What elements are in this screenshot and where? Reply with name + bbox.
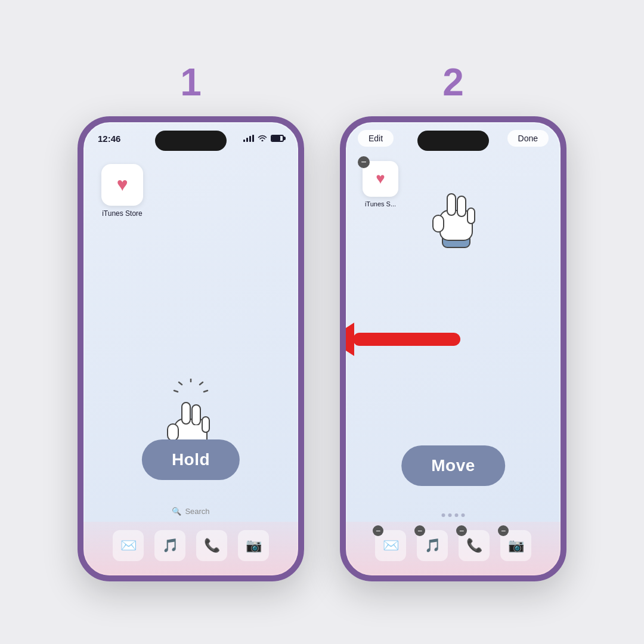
dock-mail-1[interactable]: ✉️ [113, 530, 144, 561]
dock-camera-minus[interactable]: − [498, 525, 509, 536]
svg-line-1 [200, 382, 203, 385]
edit-button[interactable]: Edit [358, 130, 394, 147]
move-button[interactable]: Move [401, 445, 505, 486]
step-2: 2 Edit Done ♥ iTunes S... [340, 63, 566, 581]
hold-button-label: Hold [172, 450, 210, 469]
home-dots [442, 513, 465, 517]
step-1: 1 12:46 [78, 63, 304, 581]
svg-rect-9 [192, 425, 200, 431]
dynamic-island-1 [155, 131, 227, 151]
svg-rect-17 [433, 215, 444, 232]
dock-mail-2[interactable]: − ✉️ [375, 530, 406, 561]
app-area-2: ♥ iTunes S... [363, 161, 398, 208]
svg-line-3 [204, 391, 208, 392]
move-hand-icon [429, 188, 483, 250]
delete-badge[interactable] [358, 156, 370, 168]
dock-phone-minus[interactable]: − [456, 525, 467, 536]
search-icon: 🔍 [172, 507, 181, 516]
battery-icon [271, 135, 284, 142]
dynamic-island-2 [417, 131, 489, 151]
hold-button[interactable]: Hold [142, 439, 240, 480]
dock-phone-1[interactable]: 📞 [196, 530, 227, 561]
app-label-2: iTunes S... [365, 200, 396, 208]
dock-music-minus[interactable]: − [414, 525, 425, 536]
signal-icon [243, 135, 254, 142]
dock-camera-1[interactable]: 📷 [238, 530, 269, 561]
svg-rect-10 [202, 417, 209, 432]
dock-camera-2[interactable]: − 📷 [500, 530, 531, 561]
dock-1: ✉️ 🎵 📞 📷 [83, 522, 298, 575]
wifi-icon [258, 134, 267, 143]
heart-icon: ♥ [117, 174, 128, 196]
svg-line-4 [174, 391, 178, 392]
main-container: 1 12:46 [0, 0, 644, 644]
arrow-shaft [353, 333, 460, 346]
dock-music-2[interactable]: − 🎵 [417, 530, 448, 561]
app-label-1: iTunes Store [102, 209, 143, 218]
svg-rect-15 [457, 196, 466, 216]
dock-mail-minus[interactable]: − [373, 525, 383, 536]
search-label: Search [185, 507, 209, 516]
status-icons [243, 134, 284, 143]
move-button-label: Move [431, 456, 475, 475]
svg-line-2 [179, 382, 182, 385]
status-time: 12:46 [98, 134, 120, 144]
dock-music-1[interactable]: 🎵 [154, 530, 185, 561]
done-button[interactable]: Done [507, 130, 549, 147]
svg-rect-7 [182, 402, 190, 424]
search-bar-1[interactable]: 🔍 Search [172, 507, 209, 516]
iphone-1: 12:46 [78, 116, 304, 581]
svg-rect-8 [192, 405, 200, 425]
move-hand-container [429, 188, 483, 253]
svg-rect-11 [168, 424, 178, 441]
step-1-number: 1 [180, 63, 202, 101]
itunes-store-icon-1[interactable]: ♥ [101, 164, 143, 206]
svg-rect-16 [467, 208, 475, 224]
step-2-number: 2 [442, 63, 464, 101]
itunes-store-icon-2[interactable]: ♥ [363, 161, 398, 197]
svg-rect-14 [447, 194, 456, 215]
dock-phone-2[interactable]: − 📞 [459, 530, 490, 561]
iphone-2: Edit Done ♥ iTunes S... [340, 116, 566, 581]
dock-2: − ✉️ − 🎵 − 📞 − 📷 [346, 522, 561, 575]
move-arrow [346, 323, 460, 356]
app-area-1: ♥ iTunes Store [101, 164, 143, 218]
